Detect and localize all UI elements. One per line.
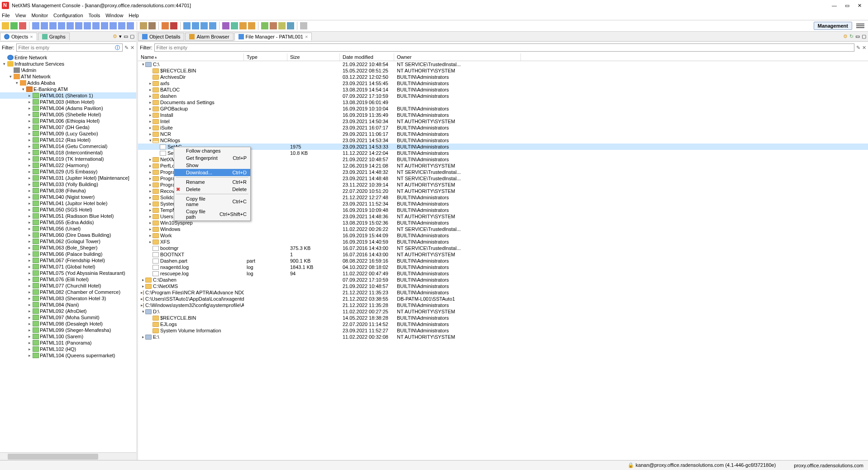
toolbar-icon[interactable]	[222, 22, 229, 29]
menu-item[interactable]: Download...Ctrl+D	[174, 169, 250, 176]
toolbar-icon[interactable]	[278, 22, 286, 29]
menu-monitor[interactable]: Monitor	[31, 13, 48, 18]
expand-icon[interactable]: ▸	[27, 264, 32, 269]
file-row[interactable]: ▸Work16.09.2019 15:44:09BUILTIN\Administ…	[138, 232, 868, 239]
tree-item[interactable]: ▸PATML019 (TK International)	[0, 156, 136, 162]
expand-icon[interactable]: ▸	[27, 252, 32, 256]
maximize-button[interactable]: ▭	[845, 3, 849, 9]
toolbar-icon[interactable]	[192, 22, 199, 29]
close-filter-icon[interactable]: ✕	[130, 45, 134, 51]
expand-icon[interactable]: ▸	[148, 170, 153, 174]
expand-icon[interactable]: ▸	[148, 189, 153, 193]
file-row[interactable]: nxagentd.loglog1843.1 KB04.10.2022 08:18…	[138, 264, 868, 270]
expand-icon[interactable]: ▸	[148, 100, 153, 105]
toolbar-icon[interactable]	[58, 22, 65, 29]
maximize-view-icon[interactable]: ▢	[130, 34, 134, 39]
toolbar-icon[interactable]	[75, 22, 82, 29]
expand-icon[interactable]: ▸	[27, 100, 32, 104]
close-icon[interactable]: ×	[305, 34, 308, 39]
toolbar-icon[interactable]	[231, 22, 238, 29]
toolbar-icon[interactable]	[49, 22, 57, 29]
tree-item[interactable]: ▸PATML051 (Radisson Blue Hotel)	[0, 213, 136, 219]
expand-icon[interactable]: ▸	[27, 207, 32, 212]
tab-file-manager[interactable]: File Manager - PATML001 ×	[234, 33, 312, 41]
filter-input[interactable]	[16, 43, 123, 52]
file-row[interactable]: ▸C:\Users\SSTAuto1\AppData\Local\nxagent…	[138, 296, 868, 302]
expand-icon[interactable]: ▸	[27, 106, 32, 110]
file-row[interactable]: ▾D:\11.02.2022 00:27:25NT AUTHORITY\SYST…	[138, 308, 868, 315]
expand-icon[interactable]: ▸	[27, 315, 32, 320]
col-date[interactable]: Date modified	[340, 53, 394, 61]
expand-icon[interactable]: ▸	[27, 131, 32, 136]
file-row[interactable]: ▾C:\21.09.2022 10:48:54NT SERVICE\Truste…	[138, 61, 868, 67]
expand-icon[interactable]: ▸	[27, 188, 32, 193]
expand-icon[interactable]: ▸	[27, 334, 32, 339]
file-row[interactable]: $RECYCLE.BIN14.05.2022 18:38:28BUILTIN\A…	[138, 315, 868, 321]
file-row[interactable]: ▸C:\NetXMS21.09.2022 10:48:57BUILTIN\Adm…	[138, 283, 868, 289]
toolbar-icon[interactable]	[170, 22, 177, 29]
toolbar-icon[interactable]	[19, 22, 26, 29]
toolbar-icon[interactable]	[248, 22, 255, 29]
toolbar-icon[interactable]	[110, 22, 117, 29]
expand-icon[interactable]: ▸	[27, 245, 32, 250]
tree-item[interactable]: Entire Network	[0, 54, 136, 61]
expand-icon[interactable]: ▸	[141, 284, 145, 288]
file-row[interactable]: Dashen.partpart900.1 KB08.08.2022 16:59:…	[138, 258, 868, 264]
tree-item[interactable]: ▸PATML099 (Sheger-Menafesha)	[0, 327, 136, 333]
expand-icon[interactable]: ▸	[148, 163, 153, 168]
gear-icon[interactable]: ⚙	[113, 34, 117, 39]
tab-graphs[interactable]: Graphs	[38, 33, 70, 40]
tree-item[interactable]: ▸PATML040 (Nigist tower)	[0, 194, 136, 200]
file-row[interactable]: $RECYCLE.BIN15.05.2022 08:51:25NT AUTHOR…	[138, 67, 868, 74]
expand-icon[interactable]: ▸	[27, 112, 32, 117]
close-icon[interactable]: ×	[30, 34, 33, 39]
expand-icon[interactable]: ▸	[27, 226, 32, 231]
file-row[interactable]: ▸Intel23.09.2021 14:50:34NT AUTHORITY\SY…	[138, 118, 868, 125]
tree-item[interactable]: ▸PATML001 (Sheraton 1)	[0, 92, 136, 99]
tree-item[interactable]: ▸PATML084 (Nani)	[0, 302, 136, 308]
expand-icon[interactable]: ▸	[148, 94, 153, 98]
tree-item[interactable]: ▸PATML022 (Harmony)	[0, 162, 136, 168]
tree-item[interactable]: ▸PATML104 (Queens supermarket)	[0, 352, 136, 359]
tree-item[interactable]: ▸PATML038 (Filwuha)	[0, 187, 136, 194]
filter-input[interactable]	[154, 43, 855, 52]
expand-icon[interactable]: ▸	[27, 296, 32, 301]
tree-item[interactable]: ▸PATML101 (Panorama)	[0, 340, 136, 346]
toolbar-icon[interactable]	[101, 22, 108, 29]
expand-icon[interactable]: ▸	[148, 201, 153, 206]
minimize-button[interactable]: —	[832, 3, 837, 9]
tree-item[interactable]: ▸PATML031 (Jupiter Hotel) [Maintenance]	[0, 175, 136, 181]
toolbar-icon[interactable]	[41, 22, 48, 29]
expand-icon[interactable]: ▸	[27, 233, 32, 237]
expand-icon[interactable]: ▸	[27, 138, 32, 142]
tree-item[interactable]: ▸PATML009 (Lucy Gazebo)	[0, 130, 136, 137]
tree-item[interactable]: ▸PATML041 (Jupitor Hotel bole)	[0, 200, 136, 206]
tree-item[interactable]: ▸PATML071 (Global hotel)	[0, 264, 136, 270]
expand-icon[interactable]: ▸	[148, 87, 153, 92]
expand-icon[interactable]: ▸	[27, 176, 32, 180]
toolbar-icon[interactable]	[32, 22, 39, 29]
maximize-view-icon[interactable]: ▢	[862, 34, 866, 39]
tree-item[interactable]: ▾Addis Ababa	[0, 80, 136, 86]
expand-icon[interactable]: ▸	[27, 321, 32, 326]
object-tree[interactable]: Entire Network▾Infrastructure Services!A…	[0, 53, 136, 452]
tree-item[interactable]: ▸PATML007 (DH Geda)	[0, 124, 136, 130]
tree-item[interactable]: ▾E-Banking ATM	[0, 86, 136, 92]
menu-help[interactable]: Help	[129, 13, 139, 18]
file-row[interactable]: System Volume Information23.09.2021 11:5…	[138, 327, 868, 334]
expand-icon[interactable]: ▸	[27, 239, 32, 244]
menu-item[interactable]: Follow changes	[174, 147, 250, 154]
toolbar-icon[interactable]	[209, 22, 216, 29]
expand-icon[interactable]: ▸	[148, 227, 153, 231]
menu-file[interactable]: File	[2, 13, 10, 18]
tree-item[interactable]: ▸PATML098 (Desalegh Hotel)	[0, 321, 136, 327]
refresh-icon[interactable]: ↻	[849, 34, 854, 39]
file-row[interactable]: EJLogs22.07.2020 11:14:52BUILTIN\Adminis…	[138, 321, 868, 327]
tree-item[interactable]: ▸PATML055 (Edna Addis)	[0, 219, 136, 225]
expand-icon[interactable]: ▾	[21, 87, 25, 91]
toolbar-icon[interactable]	[183, 22, 191, 29]
file-row[interactable]: ▸iSuite23.09.2021 16:07:17BUILTIN\Admini…	[138, 125, 868, 131]
tab-objects[interactable]: Objects ×	[0, 33, 37, 40]
expand-icon[interactable]: ▸	[27, 328, 32, 332]
tree-item[interactable]: ▸PATML033 (Yolly Building)	[0, 181, 136, 187]
